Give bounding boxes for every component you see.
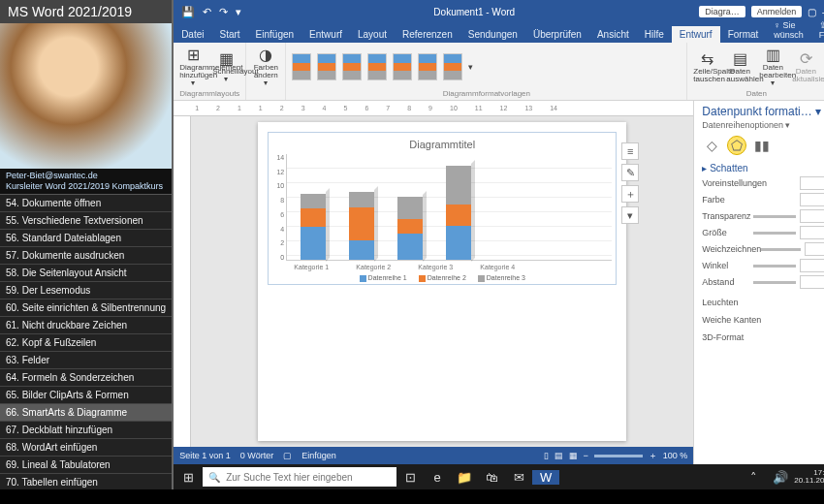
qat-more-icon[interactable]: ▾ (236, 6, 241, 18)
lesson-item[interactable]: 60. Seite einrichten & Silbentrennung (0, 299, 172, 317)
chart-title[interactable]: Diagrammtitel (272, 139, 612, 150)
signin-button[interactable]: Anmelden (751, 6, 803, 17)
lesson-item[interactable]: 67. Deckblatt hinzufügen (0, 422, 172, 439)
distance-slider[interactable] (753, 281, 796, 284)
chart-style-4[interactable] (367, 53, 387, 80)
status-mode[interactable]: Einfügen (301, 451, 336, 460)
lesson-item[interactable]: 65. Bilder ClipArts & Formen (0, 387, 172, 404)
legend-item[interactable]: Datenreihe 1 (360, 274, 407, 282)
tray-volume-icon[interactable]: 🔊 (767, 470, 794, 485)
add-chart-element-button[interactable]: ⊞Diagrammelement hinzufügen ▾ (179, 47, 206, 87)
ribbon-tab-referenzen[interactable]: Referenzen (395, 26, 460, 43)
redo-icon[interactable]: ↷ (219, 6, 228, 18)
ribbon-tab-sendungen[interactable]: Sendungen (460, 26, 525, 43)
distance-spinner[interactable]: ⇳ (800, 275, 824, 289)
chart-style-6[interactable] (418, 53, 437, 80)
ribbon-tab-entwurf[interactable]: Entwurf (672, 26, 720, 43)
lesson-item[interactable]: 69. Lineal & Tabulatoren (0, 457, 172, 474)
start-button[interactable]: ⊞ (174, 470, 203, 485)
explorer-icon[interactable]: 📁 (451, 470, 478, 485)
view-print-icon[interactable]: ▤ (555, 451, 563, 460)
chart-style-3[interactable] (342, 53, 362, 80)
view-web-icon[interactable]: ▦ (569, 451, 578, 460)
status-lang-icon[interactable]: ▢ (283, 451, 292, 460)
lesson-item[interactable]: 56. Standard Dateiablagen (0, 230, 172, 247)
size-spinner[interactable]: ⇳ (800, 226, 824, 239)
ribbon-options-icon[interactable]: ▢ (808, 7, 816, 17)
chart-style-2[interactable] (317, 53, 336, 80)
lesson-item[interactable]: 63. Felder (0, 352, 172, 369)
legend-item[interactable]: Datenreihe 3 (478, 274, 525, 282)
lesson-item[interactable]: 59. Der Lesemodus (0, 282, 172, 299)
lesson-item[interactable]: 68. WordArt einfügen (0, 439, 172, 457)
store-icon[interactable]: 🛍 (478, 470, 505, 485)
select-data-button[interactable]: ▤Daten auswählen (726, 51, 753, 83)
lesson-item[interactable]: 62. Kopf & Fußzeilen (0, 334, 172, 352)
ribbon-tab-start[interactable]: Start (211, 26, 247, 43)
ruler-horizontal[interactable]: 1211234567891011121314 (174, 101, 693, 116)
ribbon-tab-layout[interactable]: Layout (350, 26, 395, 43)
chart-styles-more-icon[interactable]: ▾ (468, 62, 473, 72)
angle-spinner[interactable]: ⇳ (800, 259, 824, 272)
shadow-color-picker[interactable]: ◢ ▾ (800, 193, 824, 206)
soft-edges-section[interactable]: Weiche Kanten (694, 311, 824, 329)
ribbon-right-action[interactable]: ⇪ Freigeben (811, 17, 824, 43)
edit-data-button[interactable]: ▥Daten bearbeiten ▾ (759, 47, 786, 87)
series-options-dropdown[interactable]: Datenreihenoptionen ▾ (694, 120, 824, 134)
ribbon-tab-hilfe[interactable]: Hilfe (637, 26, 672, 43)
format-3d-section[interactable]: 3D-Format (694, 329, 824, 346)
task-view-icon[interactable]: ⊡ (396, 470, 424, 485)
transparency-spinner[interactable]: ⇳ (800, 209, 824, 223)
ribbon-tab-datei[interactable]: Datei (174, 26, 211, 43)
legend-item[interactable]: Datenreihe 2 (419, 274, 466, 282)
effects-icon[interactable]: ⬠ (727, 136, 746, 155)
zoom-in-icon[interactable]: ＋ (649, 450, 657, 462)
chart-style-1[interactable] (292, 53, 311, 80)
chart-object[interactable]: Diagrammtitel 14121086420 Kategorie 1Kat… (268, 132, 617, 285)
lesson-item[interactable]: 57. Dokumente ausdrucken (0, 247, 172, 265)
status-page[interactable]: Seite 1 von 1 (179, 451, 231, 460)
chart-filter-button[interactable]: ▾ (621, 206, 639, 224)
chart-elements-button[interactable]: ≡ (621, 142, 639, 160)
ribbon-tab-entwurf[interactable]: Entwurf (301, 26, 350, 43)
lesson-item[interactable]: 55. Verschiedene Textversionen (0, 212, 172, 230)
save-icon[interactable]: 💾 (181, 6, 195, 18)
chart-plot-area[interactable] (286, 154, 612, 261)
view-read-icon[interactable]: ▯ (544, 451, 549, 460)
ribbon-tab-einfügen[interactable]: Einfügen (248, 26, 301, 43)
tray-up-icon[interactable]: ˄ (740, 470, 767, 485)
ribbon-right-action[interactable]: ♀ Sie wünsch (766, 17, 811, 43)
glow-section[interactable]: Leuchten (694, 294, 824, 311)
angle-slider[interactable] (753, 265, 796, 268)
lesson-item[interactable]: 64. Formeln & Sonderzeichen (0, 369, 172, 387)
fill-line-icon[interactable]: ◇ (702, 136, 721, 155)
status-words[interactable]: 0 Wörter (240, 451, 274, 460)
transparency-slider[interactable] (753, 215, 796, 218)
zoom-value[interactable]: 100 % (663, 451, 688, 460)
chart-bar[interactable] (446, 166, 471, 260)
format-pane-title[interactable]: Datenpunkt formati… ▾ (702, 105, 821, 118)
chart-style-7[interactable] (443, 53, 462, 80)
chart-legend[interactable]: Datenreihe 1Datenreihe 2Datenreihe 3 (272, 270, 612, 282)
quick-layout-button[interactable]: ▦Schnelllayout ▾ (212, 51, 239, 83)
taskbar-search[interactable]: 🔍 Zur Suche Text hier eingeben (203, 467, 396, 487)
ribbon-tab-überprüfen[interactable]: Überprüfen (525, 26, 589, 43)
chart-tools-context[interactable]: Diagra… (699, 6, 745, 17)
mail-icon[interactable]: ✉ (505, 470, 532, 485)
lesson-item[interactable]: 58. Die Seitenlayout Ansicht (0, 265, 172, 282)
size-slider[interactable] (753, 232, 796, 235)
chart-styles-button[interactable]: ✎ (621, 164, 639, 181)
edge-icon[interactable]: e (424, 470, 451, 485)
series-options-icon[interactable]: ▮▮ (752, 136, 772, 155)
presets-dropdown[interactable]: ▭ ▾ (800, 176, 824, 190)
ribbon-tab-format[interactable]: Format (720, 26, 767, 43)
zoom-slider[interactable] (594, 455, 643, 457)
blur-spinner[interactable]: ⇳ (805, 242, 824, 256)
shadow-section-title[interactable]: ▸ Schatten (702, 163, 824, 173)
lesson-item[interactable]: 70. Tabellen einfügen (0, 474, 172, 489)
ribbon-tab-ansicht[interactable]: Ansicht (589, 26, 637, 43)
zoom-out-icon[interactable]: − (584, 451, 588, 460)
chart-bar[interactable] (349, 192, 374, 260)
chart-style-5[interactable] (393, 53, 412, 80)
switch-row-col-button[interactable]: ⇆Zeile/Spalte tauschen (693, 51, 720, 83)
